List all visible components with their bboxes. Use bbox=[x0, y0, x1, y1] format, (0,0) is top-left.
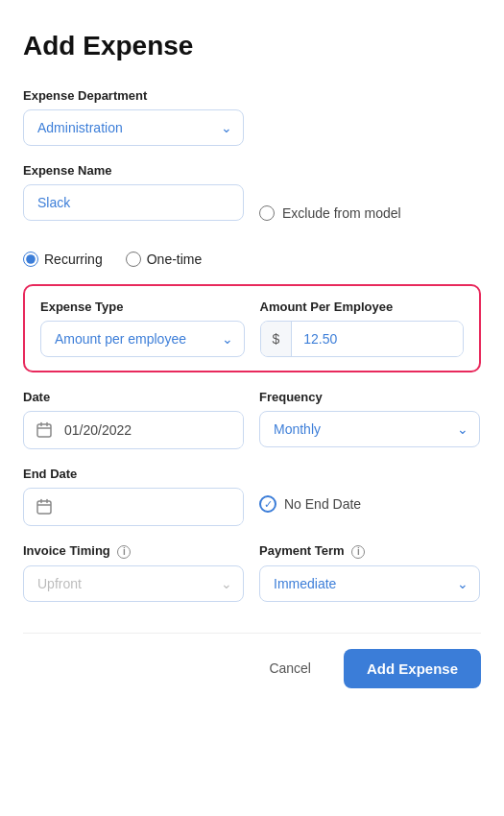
payment-term-label: Payment Term i bbox=[259, 543, 480, 559]
date-label: Date bbox=[23, 390, 244, 404]
expense-department-select[interactable]: Administration Engineering Marketing Sal… bbox=[23, 109, 244, 146]
payment-term-select-wrapper[interactable]: Immediate Net 15 Net 30 Net 60 ⌄ bbox=[259, 565, 480, 602]
amount-input-wrapper: $ bbox=[260, 321, 465, 357]
end-date-row: End Date ✓ No End Date bbox=[23, 467, 481, 526]
expense-name-section: Expense Name Exclude from model bbox=[23, 163, 481, 221]
end-date-calendar-icon bbox=[24, 489, 64, 525]
expense-type-select-wrapper[interactable]: Amount per employee Flat fee Per unit ⌄ bbox=[40, 321, 245, 357]
add-expense-button[interactable]: Add Expense bbox=[344, 649, 481, 688]
expense-type-select[interactable]: Amount per employee Flat fee Per unit bbox=[40, 321, 245, 357]
expense-name-col: Expense Name bbox=[23, 163, 244, 221]
end-date-col: End Date bbox=[23, 467, 244, 526]
onetime-radio[interactable] bbox=[126, 252, 141, 267]
payment-term-col: Payment Term i Immediate Net 15 Net 30 N… bbox=[259, 543, 480, 602]
page-title: Add Expense bbox=[23, 31, 481, 61]
expense-department-label: Expense Department bbox=[23, 88, 481, 103]
invoice-timing-select[interactable]: Upfront Upfront In Arrears bbox=[23, 565, 244, 602]
date-frequency-row: Date Frequency Monthly Quarterly Annuall… bbox=[23, 390, 481, 449]
amount-per-employee-col: Amount Per Employee $ bbox=[260, 300, 465, 357]
recurring-radio-label[interactable]: Recurring bbox=[23, 252, 103, 267]
invoice-timing-select-wrapper[interactable]: Upfront Upfront In Arrears ⌄ bbox=[23, 565, 244, 602]
exclude-from-model-label[interactable]: Exclude from model bbox=[259, 205, 401, 221]
date-col: Date bbox=[23, 390, 244, 449]
payment-term-select[interactable]: Immediate Net 15 Net 30 Net 60 bbox=[259, 565, 480, 602]
amount-prefix: $ bbox=[261, 322, 293, 356]
expense-type-amount-box: Expense Type Amount per employee Flat fe… bbox=[23, 284, 481, 372]
expense-type-col: Expense Type Amount per employee Flat fe… bbox=[40, 300, 245, 357]
frequency-label: Frequency bbox=[259, 390, 480, 404]
amount-input[interactable] bbox=[292, 322, 463, 356]
expense-name-input[interactable] bbox=[23, 184, 244, 221]
end-date-input-wrapper bbox=[23, 488, 244, 526]
date-input-wrapper bbox=[23, 411, 244, 449]
frequency-select[interactable]: Monthly Quarterly Annually bbox=[259, 411, 480, 447]
calendar-icon bbox=[24, 412, 64, 448]
invoice-timing-info-icon[interactable]: i bbox=[117, 545, 131, 559]
invoice-payment-row: Invoice Timing i Upfront Upfront In Arre… bbox=[23, 543, 481, 602]
expense-department-section: Expense Department Administration Engine… bbox=[23, 88, 481, 146]
frequency-type-group: Recurring One-time bbox=[23, 252, 481, 267]
footer-actions: Cancel Add Expense bbox=[23, 633, 481, 688]
no-end-date-wrapper: ✓ No End Date bbox=[259, 495, 481, 513]
amount-per-employee-label: Amount Per Employee bbox=[260, 300, 465, 314]
expense-type-label: Expense Type bbox=[40, 300, 245, 314]
payment-term-info-icon[interactable]: i bbox=[351, 545, 365, 559]
frequency-col: Frequency Monthly Quarterly Annually ⌄ bbox=[259, 390, 480, 447]
recurring-radio[interactable] bbox=[23, 252, 38, 267]
cancel-button[interactable]: Cancel bbox=[252, 651, 328, 685]
frequency-select-wrapper[interactable]: Monthly Quarterly Annually ⌄ bbox=[259, 411, 480, 447]
invoice-timing-label: Invoice Timing i bbox=[23, 543, 244, 559]
expense-name-label: Expense Name bbox=[23, 163, 244, 178]
onetime-radio-label[interactable]: One-time bbox=[126, 252, 203, 267]
exclude-from-model-radio[interactable] bbox=[259, 205, 275, 221]
invoice-timing-col: Invoice Timing i Upfront Upfront In Arre… bbox=[23, 543, 244, 602]
svg-rect-4 bbox=[37, 501, 51, 514]
svg-rect-0 bbox=[37, 424, 51, 437]
check-circle-icon: ✓ bbox=[259, 495, 276, 513]
expense-department-select-wrapper[interactable]: Administration Engineering Marketing Sal… bbox=[23, 109, 244, 146]
date-input[interactable] bbox=[64, 413, 243, 447]
end-date-label: End Date bbox=[23, 467, 244, 481]
end-date-input[interactable] bbox=[64, 490, 243, 524]
